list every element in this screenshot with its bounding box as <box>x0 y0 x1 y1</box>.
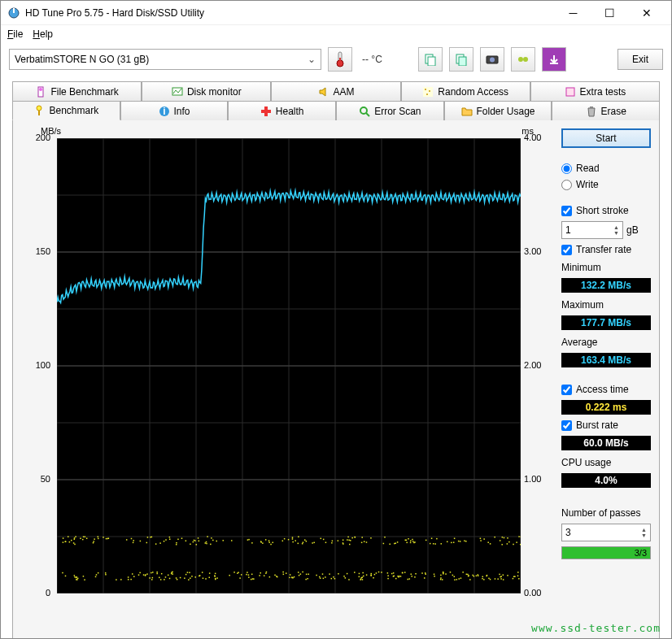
access-time-value: 0.222 ms <box>561 400 651 415</box>
average-label: Average <box>561 337 651 348</box>
drive-dropdown[interactable]: VerbatimSTORE N GO (31 gB) ⌄ <box>9 49 321 70</box>
svg-point-19 <box>429 90 430 92</box>
svg-rect-21 <box>566 88 574 96</box>
svg-rect-13 <box>550 63 558 64</box>
window-title: HD Tune Pro 5.75 - Hard Disk/SSD Utility <box>25 7 204 19</box>
benchmark-chart: MB/s ms 050100150200 0.001.002.003.004.0… <box>21 128 553 639</box>
maximum-value: 177.7 MB/s <box>561 315 651 330</box>
burst-rate-value: 60.0 MB/s <box>561 436 651 450</box>
health-icon <box>260 106 272 117</box>
svg-point-11 <box>518 57 523 62</box>
tab-error-scan[interactable]: Error Scan <box>336 101 444 120</box>
svg-rect-30 <box>590 106 593 108</box>
temperature-value: -- °C <box>359 54 386 65</box>
check-burst-rate[interactable]: Burst rate <box>561 419 651 431</box>
short-stroke-value[interactable]: 1▲▼ <box>561 221 623 239</box>
passes-progress: 3/3 <box>561 546 651 559</box>
chevron-down-icon: ⌄ <box>308 54 316 65</box>
svg-rect-17 <box>423 87 433 97</box>
check-access-time[interactable]: Access time <box>561 384 651 395</box>
svg-point-10 <box>490 58 495 63</box>
app-icon <box>7 7 20 20</box>
passes-label: Number of passes <box>561 507 651 519</box>
svg-point-22 <box>37 106 41 111</box>
svg-point-12 <box>523 57 528 62</box>
thermometer-icon[interactable] <box>328 47 352 72</box>
options-icon[interactable] <box>511 47 535 72</box>
folder-icon <box>461 106 473 117</box>
svg-rect-6 <box>428 57 435 66</box>
watermark: www.ssd-tester.com <box>531 622 661 634</box>
copy-info-icon[interactable] <box>449 47 473 72</box>
radio-read[interactable]: Read <box>561 163 651 174</box>
speaker-icon <box>318 86 329 98</box>
extra-icon <box>565 86 576 98</box>
tab-file-benchmark[interactable]: File Benchmark <box>12 81 142 101</box>
svg-line-29 <box>366 113 369 116</box>
cpu-value: 4.0% <box>561 473 651 488</box>
tab-benchmark[interactable]: Benchmark <box>12 101 120 120</box>
minimize-button[interactable]: ─ <box>555 2 591 24</box>
tab-extra-tests[interactable]: Extra tests <box>530 81 660 101</box>
copy-results-icon[interactable] <box>418 47 443 72</box>
exit-button[interactable]: Exit <box>617 49 663 70</box>
maximum-label: Maximum <box>561 299 651 311</box>
minimum-label: Minimum <box>561 262 651 273</box>
svg-point-28 <box>360 107 367 114</box>
tab-random-access[interactable]: Random Access <box>401 81 530 101</box>
svg-rect-8 <box>459 57 466 66</box>
tab-folder-usage[interactable]: Folder Usage <box>444 101 552 120</box>
start-button[interactable]: Start <box>561 128 651 148</box>
svg-point-20 <box>426 93 428 95</box>
check-short-stroke[interactable]: Short stroke <box>561 205 651 216</box>
tab-aam[interactable]: AAM <box>271 81 400 101</box>
tab-info[interactable]: iInfo <box>120 101 229 120</box>
scan-icon <box>359 106 370 117</box>
menu-file[interactable]: File <box>7 28 23 40</box>
close-button[interactable]: ✕ <box>628 2 665 24</box>
random-icon <box>422 86 434 98</box>
spinner-arrows-icon[interactable]: ▲▼ <box>641 527 647 538</box>
svg-rect-4 <box>339 58 341 63</box>
menu-help[interactable]: Help <box>33 28 53 40</box>
svg-rect-27 <box>261 110 271 113</box>
svg-rect-23 <box>38 111 40 115</box>
minimum-value: 132.2 MB/s <box>561 278 651 293</box>
drive-name: VerbatimSTORE N GO (31 gB) <box>15 54 149 65</box>
save-icon[interactable] <box>542 47 566 72</box>
benchmark-icon <box>33 105 45 116</box>
check-transfer-rate[interactable]: Transfer rate <box>561 244 651 255</box>
passes-value[interactable]: 3▲▼ <box>561 524 651 541</box>
monitor-icon <box>172 86 183 98</box>
svg-text:i: i <box>163 106 165 117</box>
file-benchmark-icon <box>35 86 46 98</box>
tab-erase[interactable]: Erase <box>552 101 660 120</box>
maximize-button[interactable]: ☐ <box>591 2 628 24</box>
svg-rect-1 <box>13 8 15 13</box>
info-icon: i <box>159 106 170 117</box>
tab-disk-monitor[interactable]: Disk monitor <box>142 81 271 101</box>
trash-icon <box>586 106 597 117</box>
spinner-arrows-icon[interactable]: ▲▼ <box>613 224 619 236</box>
screenshot-icon[interactable] <box>480 47 504 72</box>
cpu-label: CPU usage <box>561 457 651 468</box>
radio-write[interactable]: Write <box>561 179 651 190</box>
tab-health[interactable]: Health <box>228 101 336 120</box>
svg-point-18 <box>425 89 426 90</box>
average-value: 163.4 MB/s <box>561 353 651 367</box>
svg-point-15 <box>39 88 42 91</box>
